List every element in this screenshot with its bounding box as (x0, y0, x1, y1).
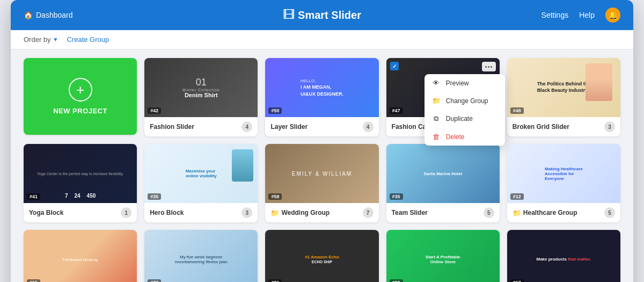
content-area: + NEW PROJECT 01 Winter Collection Denim… (11, 49, 633, 282)
card-thumbnail[interactable]: #1 Amazon EchoECHO SHIP #81 (265, 230, 378, 282)
slide-number: #50 (268, 107, 282, 114)
order-by-dropdown[interactable]: Order by ▼ (24, 35, 58, 44)
card-badge: 4 (363, 121, 374, 132)
dot (485, 66, 487, 68)
card-thumbnail[interactable]: Yoga Center is the perfect way to increa… (24, 144, 137, 203)
folder-icon: 📁 (513, 209, 521, 217)
card-thumbnail[interactable]: Ferdinand McAvoy #65 (24, 230, 137, 282)
list-item: Making HealthcareAccessible forEveryone … (507, 144, 620, 222)
yoga-stat: 450 (87, 193, 96, 199)
card-info: Hero Block 3 (144, 203, 258, 222)
help-link[interactable]: Help (579, 11, 595, 19)
context-menu-duplicate[interactable]: ⧉ Duplicate (425, 110, 505, 128)
trash-icon: 🗑 (432, 133, 441, 141)
card-badge: 4 (241, 121, 252, 132)
slide-number: #35 (390, 193, 403, 200)
list-item: FashionCarousel #47 👁 Preview (386, 58, 500, 136)
dashboard-nav[interactable]: 🏠 Dashboard (24, 11, 73, 19)
context-menu-change-group[interactable]: 📁 Change Group (425, 92, 505, 110)
card-thumbnail[interactable]: Santa Marina Hotel #35 (386, 144, 500, 203)
context-menu-delete[interactable]: 🗑 Delete (425, 128, 505, 146)
settings-link[interactable]: Settings (541, 11, 569, 19)
list-item: Yoga Center is the perfect way to increa… (24, 144, 137, 222)
fashion-num: 01 (182, 77, 220, 88)
order-by-label: Order by (24, 35, 51, 44)
card-info: Layer Slider 4 (265, 117, 378, 136)
team-content: Santa Marina Hotel (420, 168, 465, 179)
slide-number: #65 (27, 279, 40, 282)
context-menu-preview[interactable]: 👁 Preview (425, 74, 505, 92)
logo-icon: 🎞 (283, 8, 295, 22)
startup-content: Start A ProfitableOnline Store (422, 251, 464, 267)
card-thumbnail[interactable]: Make products that matter. #17 (507, 230, 620, 282)
change-group-label: Change Group (446, 97, 488, 105)
card-title: Healthcare Group (523, 209, 577, 216)
card-thumbnail[interactable]: The Politics Behind theBlack Beauty Indu… (507, 58, 620, 117)
list-item: The Politics Behind theBlack Beauty Indu… (507, 58, 620, 136)
card-info: 📁 Wedding Group 7 (265, 203, 378, 222)
yoga-content: Yoga Center is the perfect way to increa… (34, 169, 127, 179)
card-info: Yoga Block 1 (24, 203, 137, 222)
list-item: EMILY & WILLIAM #58 📁 Wedding Group 7 (265, 144, 378, 222)
list-item: Maximise youronline visibility #35 Hero … (144, 144, 258, 222)
layer-role: UI&UX DESIGNER. (301, 91, 343, 98)
card-thumbnail[interactable]: My five week beginnermountaineering fitn… (144, 230, 258, 282)
slide-number: #42 (148, 107, 161, 114)
slide-number: #99 (390, 279, 403, 282)
thumb-inner: #1 Amazon EchoECHO SHIP (265, 230, 378, 282)
digital-inner: Make products that matter. (507, 230, 620, 282)
slide-number: #12 (510, 193, 524, 200)
card-checkbox[interactable] (390, 62, 399, 70)
add-icon: + (69, 78, 92, 102)
hero-illustration (232, 149, 253, 182)
card-info: 📁 Healthcare Group 5 (507, 203, 620, 222)
fitness-content: My five week beginnermountaineering fitn… (144, 230, 258, 282)
card-title: Hero Block (150, 209, 184, 216)
healthcare-content: Making HealthcareAccessible forEveryone (539, 161, 588, 186)
list-item: Make products that matter. #17 Digital M… (507, 230, 620, 282)
card-thumbnail[interactable]: EMILY & WILLIAM #58 (265, 144, 378, 203)
card-badge: 3 (604, 121, 615, 132)
slide-number: #78 (148, 279, 161, 282)
card-badge: 7 (363, 207, 374, 218)
toolbar: Order by ▼ Create Group (11, 30, 633, 49)
list-item: #1 Amazon EchoECHO SHIP #81 Amazon Echo (265, 230, 378, 282)
duplicate-label: Duplicate (446, 115, 473, 122)
card-title: Layer Slider (270, 123, 308, 131)
delete-label: Delete (446, 133, 465, 141)
thumb-inner: 01 Winter Collection Denim Shirt (144, 58, 258, 117)
create-group-button[interactable]: Create Group (67, 35, 109, 44)
card-thumbnail[interactable]: 01 Winter Collection Denim Shirt #42 (144, 58, 258, 117)
slide-number: #81 (268, 279, 282, 282)
dot (488, 66, 489, 68)
digital-content: Make products that matter. (533, 254, 594, 265)
three-dot-menu-button[interactable] (482, 62, 496, 71)
card-title-row: 📁 Wedding Group (270, 209, 330, 217)
card-thumbnail[interactable]: Start A ProfitableOnline Store #99 (386, 230, 500, 282)
yoga-stat: 7 (65, 193, 68, 199)
slide-number: #35 (148, 193, 161, 200)
thumb-inner: HELLO, I AM MEGAN, UI&UX DESIGNER. (265, 58, 378, 117)
dashboard-label: Dashboard (36, 11, 73, 19)
politics-title: The Politics Behind theBlack Beauty Indu… (537, 81, 591, 93)
notification-bell[interactable]: 🔔 (605, 8, 620, 23)
home-icon: 🏠 (24, 11, 33, 19)
thumb-inner: EMILY & WILLIAM (265, 144, 378, 203)
card-thumbnail[interactable]: Maximise youronline visibility #35 (144, 144, 258, 203)
card-badge: 5 (484, 207, 494, 218)
fashion-title: Denim Shirt (182, 92, 220, 98)
card-title: Team Slider (392, 209, 428, 216)
logo: 🎞 Smart Slider (283, 8, 361, 22)
list-item: My five week beginnermountaineering fitn… (144, 230, 258, 282)
eye-icon: 👁 (432, 79, 441, 87)
yoga-stat: 24 (74, 193, 80, 199)
card-thumbnail[interactable]: HELLO, I AM MEGAN, UI&UX DESIGNER. #50 (265, 58, 378, 117)
browser-window: 🏠 Dashboard 🎞 Smart Slider Settings Help… (11, 0, 633, 282)
fernando-content: Ferdinand McAvoy (24, 230, 137, 282)
grid-row-2: Yoga Center is the perfect way to increa… (24, 144, 620, 222)
slide-number: #48 (510, 107, 524, 114)
card-badge: 3 (241, 207, 252, 218)
card-thumbnail[interactable]: Making HealthcareAccessible forEveryone … (507, 144, 620, 203)
new-project-card[interactable]: + NEW PROJECT (24, 58, 137, 135)
card-title: Yoga Block (29, 209, 63, 216)
